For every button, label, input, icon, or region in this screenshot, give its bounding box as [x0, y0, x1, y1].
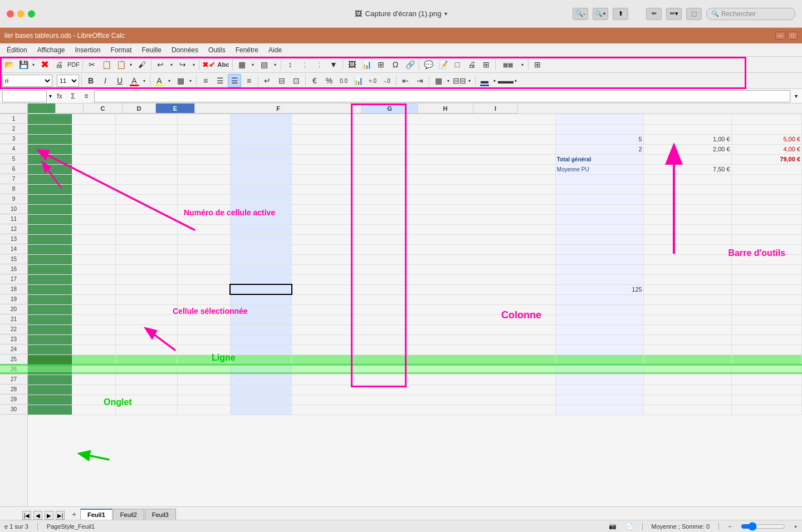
cell-G6[interactable]: Moyenne PU	[555, 164, 643, 174]
cell-H20[interactable]	[643, 304, 731, 314]
cell-G30[interactable]	[555, 405, 643, 415]
cell-G3[interactable]: 5	[555, 134, 643, 144]
cell-A13[interactable]	[28, 234, 72, 244]
merge-center-button[interactable]: ⊟	[275, 74, 288, 87]
menu-aide[interactable]: Aide	[264, 45, 286, 55]
cell-C29[interactable]	[116, 395, 178, 405]
cell-D27[interactable]	[177, 375, 230, 385]
cell-G18[interactable]: 125	[555, 284, 643, 294]
cell-F24[interactable]	[292, 344, 556, 354]
cell-I15[interactable]	[731, 254, 801, 264]
cell-D30[interactable]	[177, 405, 230, 415]
cell-D15[interactable]	[177, 254, 230, 264]
cell-C25[interactable]	[116, 354, 178, 364]
save-button[interactable]: 💾	[17, 58, 30, 71]
zoom-in-icon[interactable]: +	[794, 523, 798, 530]
cell-F15[interactable]	[292, 254, 556, 264]
cell-A26[interactable]	[28, 364, 72, 375]
cell-I10[interactable]	[731, 204, 801, 214]
cell-F21[interactable]	[292, 314, 556, 324]
cell-G14[interactable]	[555, 244, 643, 254]
menu-outils[interactable]: Outils	[204, 45, 230, 55]
cell-F7[interactable]	[292, 174, 556, 184]
cell-H4[interactable]: 2,00 €	[643, 144, 731, 154]
cell-I8[interactable]	[731, 184, 801, 194]
cell-F22[interactable]	[292, 324, 556, 334]
cell-H13[interactable]	[643, 234, 731, 244]
col-header-H[interactable]: H	[418, 104, 473, 114]
print2-button[interactable]: 🖨	[465, 58, 478, 71]
minimize-button-mac[interactable]	[17, 10, 25, 17]
cell-F9[interactable]	[292, 194, 556, 204]
row-num-6[interactable]: 6	[0, 164, 27, 174]
colrow-format-button[interactable]: ▦	[432, 74, 445, 87]
undo-button[interactable]: ↩	[154, 58, 167, 71]
indent-inc-button[interactable]: ⇥	[413, 74, 427, 87]
open-button[interactable]: 📂	[2, 58, 16, 71]
cell-F18[interactable]	[292, 284, 556, 294]
decimal-inc-button[interactable]: +.0	[366, 74, 379, 87]
cell-B18[interactable]	[72, 284, 116, 294]
tab-nav-first[interactable]: |◀	[22, 511, 31, 520]
cell-G13[interactable]	[555, 234, 643, 244]
cell-C4[interactable]	[116, 144, 178, 154]
cell-E1[interactable]	[230, 114, 292, 124]
insert-hyperlink-button[interactable]: 🔗	[403, 58, 417, 71]
cell-D1[interactable]	[177, 114, 230, 124]
cell-B10[interactable]	[72, 204, 116, 214]
row-num-25[interactable]: 25	[0, 354, 27, 364]
cell-H8[interactable]	[643, 184, 731, 194]
cell-E6[interactable]	[230, 164, 292, 174]
cell-G11[interactable]	[555, 214, 643, 224]
cell-F10[interactable]	[292, 204, 556, 214]
cell-D23[interactable]	[177, 334, 230, 344]
row-num-5[interactable]: 5	[0, 154, 27, 164]
cell-E15[interactable]	[230, 254, 292, 264]
cell-C21[interactable]	[116, 314, 178, 324]
cell-E8[interactable]	[230, 184, 292, 194]
cell-E12[interactable]	[230, 224, 292, 234]
cell-I28[interactable]	[731, 385, 801, 395]
note-button[interactable]: 💬	[422, 58, 435, 71]
freeze-dropdown[interactable]: ▾	[466, 74, 473, 87]
font-selector[interactable]: ri	[2, 75, 52, 87]
cell-E7[interactable]	[230, 174, 292, 184]
col-header-C[interactable]: C	[84, 104, 123, 114]
cell-G22[interactable]	[555, 324, 643, 334]
insert-table-dropdown[interactable]: ▾	[250, 58, 256, 71]
cell-A5[interactable]	[28, 154, 72, 164]
cell-A28[interactable]	[28, 385, 72, 395]
print-button[interactable]: 🖨	[52, 58, 66, 71]
row-num-11[interactable]: 11	[0, 214, 27, 224]
redo-dropdown[interactable]: ▾	[190, 58, 197, 71]
row-num-8[interactable]: 8	[0, 184, 27, 194]
sheet-tab-feuil3[interactable]: Feuil3	[145, 509, 176, 520]
cell-D21[interactable]	[177, 314, 230, 324]
col-header-E[interactable]: E	[156, 104, 195, 114]
freeze-button[interactable]: ⊟⊟	[453, 74, 466, 87]
cell-F28[interactable]	[292, 385, 556, 395]
menu-feuille[interactable]: Feuille	[138, 45, 166, 55]
cell-E22[interactable]	[230, 324, 292, 334]
cell-D2[interactable]	[177, 124, 230, 134]
cell-H11[interactable]	[643, 214, 731, 224]
row-num-27[interactable]: 27	[0, 375, 27, 385]
cell-G26[interactable]	[555, 364, 643, 375]
cell-C6[interactable]	[116, 164, 178, 174]
cell-A10[interactable]	[28, 204, 72, 214]
cell-D6[interactable]	[177, 164, 230, 174]
cell-G4[interactable]: 2	[555, 144, 643, 154]
borders-dropdown[interactable]: ▾	[187, 74, 194, 87]
mac-search-box[interactable]: 🔍 Rechercher	[706, 8, 795, 20]
cell-I7[interactable]	[731, 174, 801, 184]
cell-D8[interactable]	[177, 184, 230, 194]
cell-C18[interactable]	[116, 284, 178, 294]
align-justify-button[interactable]: ≡	[242, 74, 256, 87]
cell-D9[interactable]	[177, 194, 230, 204]
cell-D25[interactable]	[177, 354, 230, 364]
cell-A27[interactable]	[28, 375, 72, 385]
cell-E9[interactable]	[230, 194, 292, 204]
cell-A4[interactable]	[28, 144, 72, 154]
fullscreen-button-mac[interactable]	[28, 10, 35, 17]
cell-I29[interactable]	[731, 395, 801, 405]
